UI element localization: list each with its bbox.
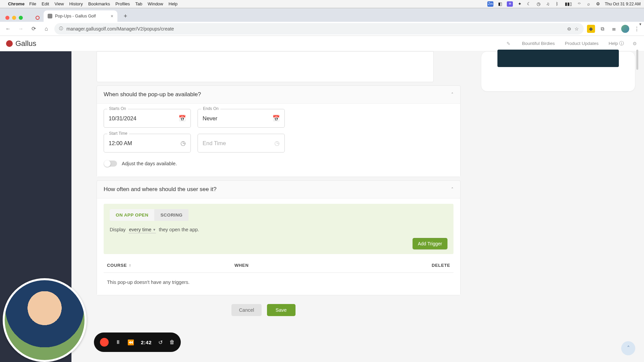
battery-icon[interactable]: ▮▮▯ — [564, 1, 573, 7]
frequency-section-header[interactable]: How often and where should the user see … — [97, 181, 460, 198]
calendar-icon[interactable]: 📅 — [178, 115, 186, 122]
starts-on-value: 10/31/2024 — [109, 115, 178, 122]
menu-help[interactable]: Help — [169, 1, 178, 6]
zoom-indicator-icon[interactable]: ⊖ — [567, 26, 571, 32]
save-button[interactable]: Save — [267, 304, 296, 316]
tab-close-icon[interactable]: × — [111, 13, 113, 19]
trigger-type-segmented: ON APP OPEN SCORING — [110, 209, 189, 221]
edit-pencil-icon[interactable]: ✎ — [505, 40, 512, 47]
bookmark-star-icon[interactable]: ☆ — [575, 26, 579, 32]
window-maximize-button[interactable] — [19, 16, 23, 20]
recording-indicator-icon[interactable] — [36, 16, 40, 20]
preview-cta-button — [497, 50, 619, 67]
menu-history[interactable]: History — [69, 1, 83, 6]
column-when[interactable]: WHEN — [234, 263, 420, 268]
trigger-config-box: ON APP OPEN SCORING Display every time ▾ — [104, 204, 453, 254]
table-header-row: COURSE ↑ WHEN DELETE — [104, 258, 453, 273]
window-close-button[interactable] — [5, 16, 9, 20]
spotlight-icon[interactable]: ⌕ — [586, 1, 591, 7]
previous-section-card — [97, 51, 434, 82]
loom-menubar-icon[interactable]: ✳ — [507, 1, 513, 7]
home-button[interactable]: ⌂ — [42, 24, 51, 34]
new-tab-button[interactable]: + — [121, 11, 130, 21]
menu-profiles[interactable]: Profiles — [115, 1, 130, 6]
address-bar[interactable]: ⓘ manager.gallusgolf.com/Manager/V2/popu… — [54, 23, 584, 35]
display-frequency-value: every time — [129, 227, 152, 232]
bluetooth-icon[interactable]: ᛒ — [554, 1, 560, 7]
availability-section: When should the pop-up be available? ˄ S… — [97, 85, 461, 177]
content-area: When should the pop-up be available? ˄ S… — [71, 51, 644, 362]
scroll-to-top-button[interactable]: ˄ — [621, 341, 635, 355]
brand[interactable]: Gallus — [6, 39, 36, 48]
add-trigger-button[interactable]: Add Trigger — [413, 238, 447, 249]
preview-card — [481, 51, 635, 92]
wifi-icon[interactable]: ⌔ — [577, 1, 582, 7]
availability-section-header[interactable]: When should the pop-up be available? ˄ — [97, 86, 460, 103]
help-link[interactable]: Help ⓘ — [608, 41, 624, 47]
display-prefix: Display — [110, 227, 126, 232]
active-app-name[interactable]: Chrome — [8, 1, 24, 6]
cancel-button[interactable]: Cancel — [231, 304, 261, 316]
loom-stop-button[interactable] — [100, 338, 109, 347]
extension-icon[interactable]: ◆ — [587, 25, 595, 33]
browser-tab-active[interactable]: Pop-Ups - Gallus Golf × — [44, 10, 117, 22]
end-time-placeholder: End Time — [203, 140, 274, 146]
column-course[interactable]: COURSE ↑ — [107, 263, 234, 268]
menu-edit[interactable]: Edit — [42, 1, 49, 6]
mac-status-area: Zm ◧ ✳ ✦ ☾ ◷ ♫ ᛒ ▮▮▯ ⌔ ⌕ ⚙ Thu Oct 31 9:… — [487, 1, 641, 7]
back-button[interactable]: ← — [3, 24, 13, 34]
tab-scoring[interactable]: SCORING — [154, 209, 189, 221]
settings-gear-icon[interactable]: ⚙ — [631, 40, 638, 47]
menu-window[interactable]: Window — [148, 1, 163, 6]
loom-webcam-bubble[interactable] — [3, 278, 87, 362]
menu-bookmarks[interactable]: Bookmarks — [88, 1, 110, 6]
chrome-tab-bar: Pop-Ups - Gallus Golf × + ▾ — [0, 8, 644, 22]
app-body: When should the pop-up be available? ˄ S… — [0, 51, 644, 362]
display-frequency-select[interactable]: every time ▾ — [128, 226, 156, 233]
menu-tab[interactable]: Tab — [135, 1, 142, 6]
loom-trash-icon[interactable]: 🗑 — [169, 339, 175, 345]
loom-pause-icon[interactable]: ⏸ — [115, 339, 121, 345]
org-name-link[interactable]: Bountiful Birdies — [522, 41, 555, 46]
loom-control-bar: ⏸ ⏪ 2:42 ↺ 🗑 — [94, 333, 181, 352]
reload-button[interactable]: ⟳ — [29, 24, 38, 34]
menu-bar-clock[interactable]: Thu Oct 31 9:22 AM — [605, 2, 641, 6]
favicon-icon — [48, 14, 52, 18]
reading-list-icon[interactable]: ≣ — [610, 25, 618, 33]
zoom-menubar-icon[interactable]: Zm — [487, 1, 493, 7]
clock-icon[interactable]: ◷ — [274, 139, 280, 147]
frequency-section-title: How often and where should the user see … — [104, 186, 216, 193]
column-course-label: COURSE — [107, 263, 127, 268]
start-time-label: Start Time — [107, 131, 129, 136]
window-minimize-button[interactable] — [12, 16, 16, 20]
starts-on-field[interactable]: Starts On 10/31/2024 📅 — [104, 109, 191, 128]
tabs-dropdown-icon[interactable]: ▾ — [639, 22, 641, 26]
end-time-field[interactable]: End Time ◷ — [198, 134, 285, 153]
clock-icon[interactable]: ◷ — [180, 139, 186, 147]
tab-on-app-open[interactable]: ON APP OPEN — [110, 209, 154, 221]
start-time-field[interactable]: Start Time 12:00 AM ◷ — [104, 134, 191, 153]
ends-on-field[interactable]: Ends On Never 📅 — [198, 109, 285, 128]
menu-view[interactable]: View — [54, 1, 64, 6]
chevron-up-icon: ˄ — [451, 92, 453, 97]
control-center-icon[interactable]: ⚙ — [595, 1, 601, 7]
extensions-puzzle-icon[interactable]: ⧉ — [598, 25, 606, 33]
window-controls — [3, 16, 25, 22]
site-info-icon[interactable]: ⓘ — [59, 26, 63, 32]
clock-icon[interactable]: ◷ — [536, 1, 541, 7]
start-time-value: 12:00 AM — [109, 140, 180, 146]
calendar-icon[interactable]: 📅 — [272, 115, 280, 122]
page-root: Gallus ✎ Bountiful Birdies Product Updat… — [0, 36, 644, 362]
menu-file[interactable]: File — [29, 1, 36, 6]
adjust-days-toggle[interactable] — [104, 161, 117, 167]
moon-icon[interactable]: ☾ — [526, 1, 532, 7]
loom-rewind-icon[interactable]: ⏪ — [127, 339, 134, 346]
preview-scrollbar[interactable] — [636, 50, 638, 70]
loom-restart-icon[interactable]: ↺ — [158, 339, 163, 346]
puzzle-icon[interactable]: ✦ — [517, 1, 522, 7]
product-updates-link[interactable]: Product Updates — [565, 41, 599, 46]
profile-avatar-button[interactable] — [621, 25, 629, 33]
square-icon[interactable]: ◧ — [497, 1, 503, 7]
headphones-icon[interactable]: ♫ — [545, 1, 550, 7]
forward-button[interactable]: → — [16, 24, 25, 34]
